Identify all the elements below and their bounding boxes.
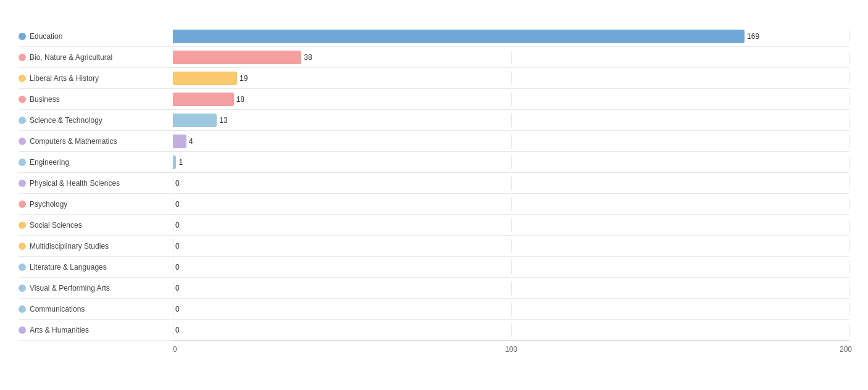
bar-fill (173, 51, 301, 64)
bar-color-dot (19, 201, 26, 208)
bar-label-text: Multidisciplinary Studies (30, 242, 109, 251)
bar-value-label: 38 (304, 53, 312, 62)
bar-value-label: 0 (175, 179, 180, 188)
grid-line (849, 218, 850, 232)
bar-label-container: Psychology (19, 200, 173, 209)
bar-value-label: 0 (175, 305, 180, 313)
bar-track: 0 (173, 281, 849, 295)
x-axis: 0100200 (173, 341, 849, 355)
grid-line (173, 281, 173, 295)
bar-color-dot (19, 243, 26, 250)
grid-line (511, 176, 512, 190)
bar-label-container: Bio, Nature & Agricultural (19, 53, 173, 62)
grid-line (173, 197, 173, 211)
grid-line (511, 197, 512, 211)
grid-line (849, 156, 850, 169)
bar-color-dot (19, 33, 26, 40)
grid-line (511, 51, 512, 64)
bar-label-text: Psychology (30, 200, 67, 209)
bar-track: 0 (173, 197, 849, 211)
bar-track: 0 (173, 239, 849, 253)
bar-row: Liberal Arts & History19 (19, 68, 849, 89)
grid-line (849, 176, 850, 190)
bar-value-label: 4 (189, 137, 193, 146)
bar-fill (173, 156, 176, 169)
bar-fill (173, 72, 237, 85)
bar-track: 0 (173, 302, 849, 316)
bar-label-text: Social Sciences (30, 221, 82, 230)
x-axis-label: 200 (840, 345, 852, 354)
grid-line (849, 93, 850, 106)
bar-label-container: Business (19, 95, 173, 104)
x-axis-label: 0 (173, 345, 177, 354)
bar-row: Science & Technology13 (19, 110, 849, 131)
grid-line (511, 72, 512, 85)
bar-value-label: 0 (175, 242, 180, 251)
grid-line (849, 302, 850, 316)
bar-track: 1 (173, 156, 849, 169)
bar-value-label: 0 (175, 326, 180, 334)
bar-label-text: Bio, Nature & Agricultural (30, 53, 112, 62)
grid-line (849, 51, 850, 64)
grid-line (849, 260, 850, 274)
bar-row: Visual & Performing Arts0 (19, 278, 849, 299)
bar-fill (173, 114, 217, 127)
bar-label-text: Business (30, 95, 60, 104)
bar-track: 0 (173, 323, 849, 337)
bar-track: 0 (173, 218, 849, 232)
grid-line (849, 135, 850, 148)
bar-row: Psychology0 (19, 194, 849, 215)
bar-row: Multidisciplinary Studies0 (19, 236, 849, 257)
bar-label-text: Physical & Health Sciences (30, 179, 120, 188)
bar-label-container: Science & Technology (19, 116, 173, 125)
bar-color-dot (19, 305, 26, 313)
grid-line (511, 302, 512, 316)
bar-value-label: 0 (175, 284, 180, 292)
bar-track: 169 (173, 30, 849, 43)
grid-line (511, 93, 512, 106)
bar-label-text: Science & Technology (30, 116, 102, 125)
bar-color-dot (19, 96, 26, 103)
bar-color-dot (19, 326, 26, 334)
bar-color-dot (19, 75, 26, 82)
bar-row: Bio, Nature & Agricultural38 (19, 47, 849, 68)
grid-line (849, 323, 850, 337)
bar-track: 0 (173, 176, 849, 190)
bar-row: Social Sciences0 (19, 215, 849, 236)
bar-value-label: 18 (236, 95, 244, 104)
bar-row: Education169 (19, 26, 849, 47)
bar-color-dot (19, 180, 26, 187)
grid-line (511, 114, 512, 127)
bar-label-text: Literature & Languages (30, 263, 107, 272)
bar-label-container: Engineering (19, 158, 173, 167)
bar-value-label: 0 (175, 200, 180, 209)
grid-line (849, 197, 850, 211)
grid-line (173, 176, 173, 190)
grid-line (511, 281, 512, 295)
bar-track: 4 (173, 135, 849, 148)
bar-value-label: 1 (178, 158, 183, 167)
grid-line (849, 114, 850, 127)
bar-label-container: Arts & Humanities (19, 326, 173, 334)
bar-value-label: 19 (240, 74, 248, 83)
bar-value-label: 169 (747, 32, 759, 41)
bar-row: Arts & Humanities0 (19, 320, 849, 341)
grid-line (849, 281, 850, 295)
bar-fill (173, 135, 186, 148)
grid-line (173, 239, 173, 253)
bar-color-dot (19, 138, 26, 145)
grid-line (173, 302, 173, 316)
bar-fill (173, 93, 234, 106)
bar-row: Communications0 (19, 299, 849, 320)
bar-color-dot (19, 117, 26, 124)
bar-color-dot (19, 284, 26, 292)
grid-line (849, 72, 850, 85)
bar-track: 13 (173, 114, 849, 127)
bar-track: 0 (173, 260, 849, 274)
bar-label-container: Communications (19, 305, 173, 313)
bar-label-container: Computers & Mathematics (19, 137, 173, 146)
grid-line (173, 218, 173, 232)
bar-track: 38 (173, 51, 849, 64)
grid-line (511, 260, 512, 274)
bar-label-text: Communications (30, 305, 85, 313)
